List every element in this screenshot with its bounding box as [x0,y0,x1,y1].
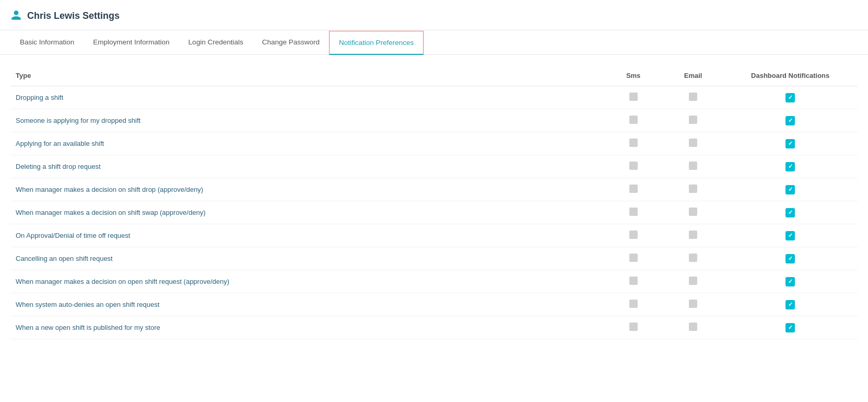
table-row: Deleting a shift drop request [10,155,858,178]
row-dashboard-checkbox[interactable] [723,316,858,339]
tab-login-credentials[interactable]: Login Credentials [179,31,253,55]
row-type-label: When manager makes a decision on shift s… [10,201,603,224]
tabs-bar: Basic Information Employment Information… [0,30,868,55]
row-sms-checkbox[interactable] [603,201,663,224]
row-email-checkbox[interactable] [663,247,723,270]
table-row: When system auto-denies an open shift re… [10,293,858,316]
person-icon [10,9,22,22]
row-email-checkbox[interactable] [663,293,723,316]
row-email-checkbox[interactable] [663,86,723,109]
row-dashboard-checkbox[interactable] [723,293,858,316]
tab-employment-information[interactable]: Employment Information [84,31,179,55]
row-dashboard-checkbox[interactable] [723,247,858,270]
table-row: When manager makes a decision on shift d… [10,178,858,201]
row-type-label: Deleting a shift drop request [10,155,603,178]
table-row: Cancelling an open shift request [10,247,858,270]
tab-change-password[interactable]: Change Password [253,31,329,55]
row-sms-checkbox[interactable] [603,132,663,155]
row-dashboard-checkbox[interactable] [723,132,858,155]
col-header-type: Type [10,67,603,86]
table-row: Someone is applying for my dropped shift [10,109,858,132]
row-email-checkbox[interactable] [663,270,723,293]
row-sms-checkbox[interactable] [603,316,663,339]
row-type-label: Cancelling an open shift request [10,247,603,270]
row-dashboard-checkbox[interactable] [723,86,858,109]
row-email-checkbox[interactable] [663,201,723,224]
row-dashboard-checkbox[interactable] [723,109,858,132]
row-email-checkbox[interactable] [663,109,723,132]
row-type-label: When manager makes a decision on open sh… [10,270,603,293]
row-dashboard-checkbox[interactable] [723,155,858,178]
table-row: When manager makes a decision on shift s… [10,201,858,224]
row-type-label: When system auto-denies an open shift re… [10,293,603,316]
table-row: Dropping a shift [10,86,858,109]
col-header-dashboard: Dashboard Notifications [723,67,858,86]
content-area: Type Sms Email Dashboard Notifications D… [0,55,868,350]
row-sms-checkbox[interactable] [603,109,663,132]
col-header-sms: Sms [603,67,663,86]
row-type-label: Dropping a shift [10,86,603,109]
row-email-checkbox[interactable] [663,178,723,201]
row-sms-checkbox[interactable] [603,293,663,316]
row-type-label: Applying for an available shift [10,132,603,155]
row-dashboard-checkbox[interactable] [723,178,858,201]
table-row: On Approval/Denial of time off request [10,224,858,247]
row-dashboard-checkbox[interactable] [723,270,858,293]
row-sms-checkbox[interactable] [603,178,663,201]
row-email-checkbox[interactable] [663,316,723,339]
row-type-label: When a new open shift is published for m… [10,316,603,339]
row-type-label: When manager makes a decision on shift d… [10,178,603,201]
row-dashboard-checkbox[interactable] [723,201,858,224]
table-row: Applying for an available shift [10,132,858,155]
row-sms-checkbox[interactable] [603,86,663,109]
notification-table: Type Sms Email Dashboard Notifications D… [10,67,858,339]
row-sms-checkbox[interactable] [603,155,663,178]
table-row: When a new open shift is published for m… [10,316,858,339]
row-email-checkbox[interactable] [663,155,723,178]
col-header-email: Email [663,67,723,86]
row-type-label: Someone is applying for my dropped shift [10,109,603,132]
row-type-label: On Approval/Denial of time off request [10,224,603,247]
row-sms-checkbox[interactable] [603,247,663,270]
row-sms-checkbox[interactable] [603,224,663,247]
row-email-checkbox[interactable] [663,132,723,155]
tab-basic-information[interactable]: Basic Information [10,31,84,55]
table-row: When manager makes a decision on open sh… [10,270,858,293]
row-dashboard-checkbox[interactable] [723,224,858,247]
tab-notification-preferences[interactable]: Notification Preferences [329,31,424,55]
row-sms-checkbox[interactable] [603,270,663,293]
page-title: Chris Lewis Settings [27,10,120,21]
row-email-checkbox[interactable] [663,224,723,247]
page-header: Chris Lewis Settings [0,0,868,30]
